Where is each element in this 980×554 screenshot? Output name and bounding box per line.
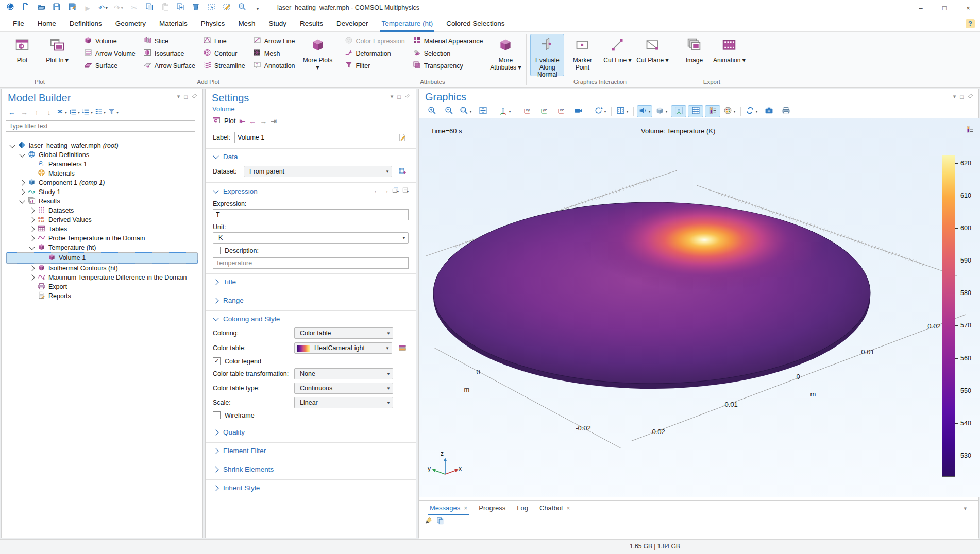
view-yz-button[interactable]: yz xyxy=(536,105,552,117)
tab-progress[interactable]: Progress xyxy=(474,501,511,515)
expander-icon[interactable] xyxy=(19,189,25,195)
float-icon[interactable]: □ xyxy=(397,94,401,100)
transformation-select[interactable]: None▼ xyxy=(294,368,393,379)
move-up-button[interactable]: ↑ xyxy=(31,107,42,117)
expander-icon[interactable] xyxy=(29,244,35,250)
expander-icon[interactable] xyxy=(19,180,25,185)
menu-tab-mesh[interactable]: Mesh xyxy=(231,15,262,32)
dataset-select[interactable]: From parent▼ xyxy=(244,166,392,177)
section-data[interactable]: Data xyxy=(206,148,416,164)
mesh-button[interactable]: Mesh xyxy=(251,47,300,59)
tree-node-derived-values[interactable]: 8.85e-12Derived Values xyxy=(6,215,198,224)
pin-icon[interactable] xyxy=(192,93,197,100)
cut-plane-button[interactable]: Cut Plane ▾ xyxy=(635,34,669,76)
expander-icon[interactable] xyxy=(29,217,35,222)
zoom-in-button[interactable] xyxy=(424,105,440,117)
wireframe-checkbox[interactable] xyxy=(213,411,221,419)
tab-messages[interactable]: Messages× xyxy=(425,501,472,515)
plot-previous-icon[interactable]: ← xyxy=(249,117,256,125)
deformation-button[interactable]: Deformation xyxy=(343,47,410,59)
update-plot-button[interactable]: ▾ xyxy=(744,105,759,117)
arrow-line-button[interactable]: Arrow Line xyxy=(251,35,300,47)
cut-button[interactable]: ✂ xyxy=(128,2,140,13)
zoom-extents-button[interactable] xyxy=(475,105,491,117)
filter-funnel-button[interactable]: ▾ xyxy=(108,107,119,117)
tree-node-temperature-ht-[interactable]: Temperature (ht) xyxy=(6,243,198,252)
section-quality[interactable]: Quality xyxy=(206,424,416,439)
clear-selection-button[interactable] xyxy=(221,2,233,13)
delete-button[interactable] xyxy=(190,2,202,13)
redo-button[interactable]: ↷▾ xyxy=(112,2,125,13)
selection-button[interactable]: Selection xyxy=(411,47,488,59)
duplicate-button[interactable] xyxy=(174,2,187,13)
tree-node-global-definitions[interactable]: Global Definitions xyxy=(6,150,198,160)
section-range[interactable]: Range xyxy=(206,292,416,307)
undo-button[interactable]: ↶▾ xyxy=(97,2,109,13)
arrow-volume-button[interactable]: Arrow Volume xyxy=(82,47,140,59)
customize-toolbar-button[interactable]: ▾ xyxy=(251,2,264,13)
expander-icon[interactable] xyxy=(19,151,25,157)
model-tree-node-text-button[interactable]: ▾ xyxy=(95,107,106,117)
tree-node-export[interactable]: Export xyxy=(6,282,198,291)
show-axes-button[interactable] xyxy=(671,105,686,117)
nav-back-button[interactable]: ← xyxy=(7,107,17,117)
label-input[interactable] xyxy=(234,132,392,143)
unit-select[interactable]: K▼ xyxy=(213,232,409,244)
plot-last-icon[interactable]: ⇥ xyxy=(271,117,277,125)
section-title[interactable]: Title xyxy=(206,273,416,289)
tree-node-component-1[interactable]: Component 1(comp 1) xyxy=(6,178,198,187)
tree-node-materials[interactable]: Materials xyxy=(6,169,198,178)
tree-node-laser-heating-wafer-mph[interactable]: laser_heating_wafer.mph(root) xyxy=(6,141,198,150)
tree-node-tables[interactable]: Tables xyxy=(6,224,198,234)
expander-icon[interactable] xyxy=(29,274,35,280)
new-file-button[interactable] xyxy=(20,2,32,13)
scene-camera-button[interactable] xyxy=(570,105,586,117)
brush-icon[interactable] xyxy=(425,517,432,527)
close-icon[interactable]: × xyxy=(567,501,570,515)
transparency-cube-button[interactable]: ▾ xyxy=(654,105,669,117)
tree-node-maximum-temperature-difference-in-the-domain[interactable]: Maximum Temperature Difference in the Do… xyxy=(6,273,198,282)
chevron-down-icon[interactable]: ▾ xyxy=(964,505,967,512)
tree-node-parameters-1[interactable]: PiParameters 1 xyxy=(6,160,198,169)
menu-tab-temperature-ht-[interactable]: Temperature (ht) xyxy=(375,15,440,32)
float-icon[interactable]: □ xyxy=(184,94,188,100)
more-attributes-button[interactable]: More Attributes ▾ xyxy=(488,34,522,76)
sound-button[interactable]: ▾ xyxy=(637,105,652,117)
plot-first-icon[interactable]: ⇤ xyxy=(239,117,245,125)
open-file-button[interactable] xyxy=(35,2,47,13)
section-shrink-elements[interactable]: Shrink Elements xyxy=(206,461,416,476)
copy-button[interactable] xyxy=(143,2,156,13)
show-grid-button[interactable] xyxy=(688,105,703,117)
color-legend-checkbox[interactable] xyxy=(213,357,221,365)
help-icon[interactable]: ? xyxy=(966,19,975,28)
expander-icon[interactable] xyxy=(29,265,35,271)
scale-select[interactable]: Linear▼ xyxy=(294,397,393,408)
annotation-button[interactable]: TAnnotation xyxy=(251,60,300,72)
tree-node-probe-temperature-in-the-domain[interactable]: Probe Temperature in the Domain xyxy=(6,234,198,243)
volume-button[interactable]: Volume xyxy=(82,35,140,47)
plot-in-button[interactable]: Plot In ▾ xyxy=(40,34,74,76)
menu-tab-results[interactable]: Results xyxy=(293,15,330,32)
surface-button[interactable]: Surface xyxy=(82,60,140,72)
nav-forward-button[interactable]: → xyxy=(19,107,29,117)
tab-chatbot[interactable]: Chatbot× xyxy=(534,501,576,515)
tree-node-datasets[interactable]: Datasets xyxy=(6,206,198,215)
color-table-type-select[interactable]: Continuous▼ xyxy=(294,383,393,394)
coloring-select[interactable]: Color table▼ xyxy=(294,327,393,339)
close-button[interactable]: × xyxy=(956,0,980,15)
go-to-source-icon[interactable] xyxy=(396,165,409,178)
prev-expression-icon[interactable]: ← xyxy=(374,187,380,196)
contour-button[interactable]: Contour xyxy=(201,47,250,59)
minimize-button[interactable]: – xyxy=(909,0,933,15)
menu-tab-definitions[interactable]: Definitions xyxy=(63,15,109,32)
show-color-legend-button[interactable] xyxy=(705,105,720,117)
streamline-button[interactable]: Streamline xyxy=(201,60,250,72)
expander-icon[interactable] xyxy=(29,226,35,232)
maximize-button[interactable]: □ xyxy=(933,0,956,15)
section-expression[interactable]: Expression ← → ▾ ▾ xyxy=(206,182,416,199)
transparency-button[interactable]: Transparency xyxy=(411,60,488,72)
chevron-down-icon[interactable]: ▾ xyxy=(953,93,956,100)
menu-tab-physics[interactable]: Physics xyxy=(194,15,232,32)
animation-button[interactable]: Animation ▾ xyxy=(712,34,746,76)
tab-log[interactable]: Log xyxy=(512,501,533,515)
